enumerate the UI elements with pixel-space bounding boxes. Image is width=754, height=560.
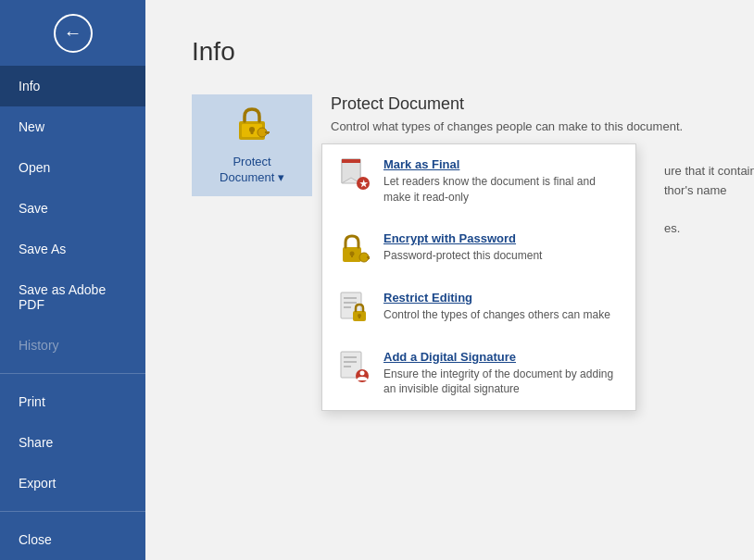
sidebar-item-share[interactable]: Share [0,422,145,463]
svg-rect-28 [344,356,357,358]
svg-rect-23 [344,306,351,308]
restrict-icon [337,291,371,324]
sidebar-item-close[interactable]: Close [0,519,145,560]
sidebar-item-save[interactable]: Save [0,188,145,229]
svg-rect-30 [344,366,351,367]
protect-button-label: Protect Document ▾ [220,155,284,186]
restrict-text: Restrict Editing Control the types of ch… [383,291,610,323]
sidebar-item-print[interactable]: Print [0,381,145,422]
svg-rect-26 [358,316,360,318]
sidebar-item-save-as[interactable]: Save As [0,229,145,269]
protect-description: Control what types of changes people can… [331,119,683,133]
svg-rect-29 [344,361,357,363]
sidebar-item-open[interactable]: Open [0,147,145,188]
encrypt-icon [337,231,371,265]
svg-point-32 [360,370,365,375]
sidebar-item-save-adobe[interactable]: Save as Adobe PDF [0,269,145,325]
info-background-text: ure that it contains: thor's name es. [664,162,754,239]
svg-rect-17 [368,256,370,259]
back-button[interactable]: ← [0,0,145,66]
svg-rect-7 [267,131,269,134]
main-content: Info [145,0,754,560]
protect-text-area: Protect Document Control what types of c… [331,94,683,133]
protect-heading: Protect Document [331,94,683,114]
protect-icon [234,105,270,149]
encrypt-text: Encrypt with Password Password-protect t… [383,231,542,264]
sidebar-item-history: History [0,325,145,366]
back-arrow-icon: ← [54,14,93,53]
menu-item-encrypt[interactable]: Encrypt with Password Password-protect t… [322,218,635,278]
sidebar-item-export[interactable]: Export [0,463,145,504]
menu-item-digital-sig[interactable]: Add a Digital Signature Ensure the integ… [322,337,635,411]
sidebar-item-info[interactable]: Info [0,66,145,106]
sidebar: ← Info New Open Save Save As Save as Ado… [0,0,145,560]
svg-rect-3 [251,130,254,134]
digital-sig-icon [337,350,371,383]
protect-document-button[interactable]: Protect Document ▾ [192,94,312,196]
svg-rect-19 [351,254,353,257]
svg-rect-10 [342,159,360,163]
mark-final-icon: ★ [337,157,371,191]
svg-text:★: ★ [359,179,369,189]
svg-rect-21 [344,297,357,299]
svg-rect-22 [344,302,357,304]
mark-final-text: Mark as Final Let readers know the docum… [383,157,621,205]
sidebar-item-new[interactable]: New [0,106,145,147]
menu-item-mark-final[interactable]: ★ Mark as Final Let readers know the doc… [322,144,635,218]
menu-item-restrict[interactable]: Restrict Editing Control the types of ch… [322,278,635,337]
digital-sig-text: Add a Digital Signature Ensure the integ… [383,350,621,398]
page-title: Info [192,37,708,67]
protect-dropdown-menu: ★ Mark as Final Let readers know the doc… [321,143,636,411]
